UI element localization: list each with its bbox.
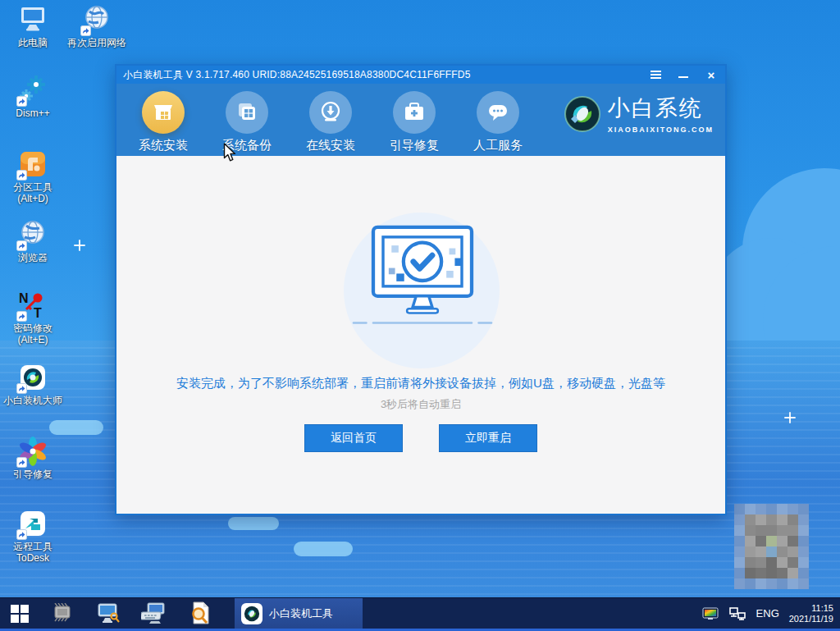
language-indicator[interactable]: ENG [756, 607, 779, 620]
shortcut-arrow-icon [16, 240, 27, 251]
brand-site: XIAOBAIXITONG.COM [608, 126, 714, 134]
shortcut-arrow-icon [16, 529, 27, 540]
xiaobai-app-icon [18, 363, 48, 392]
chat-bubble-icon [477, 91, 519, 134]
browser-globe-icon [18, 220, 48, 249]
desktop-icon-label: Dism++ [2, 107, 64, 119]
windows-logo-icon [11, 605, 29, 623]
tray-clock[interactable]: 11:15 2021/11/19 [789, 603, 833, 624]
desktop-icon-sublabel: (Alt+E) [2, 334, 64, 345]
nav-system-backup[interactable]: 系统备份 [205, 84, 289, 153]
desktop-icon-label: 引导修复 [2, 469, 64, 480]
nav-online-install[interactable]: 在线安装 [289, 84, 372, 153]
shortcut-arrow-icon [16, 96, 27, 107]
nav-system-install[interactable]: 系统安装 [121, 84, 205, 153]
xiaobai-task-icon [241, 603, 262, 624]
brand-name: 小白系统 [608, 94, 714, 123]
mouse-cursor [223, 143, 237, 162]
desktop-icon-sublabel: ToDesk [2, 552, 64, 564]
desktop-icon-sublabel: (Alt+D) [2, 193, 64, 204]
desktop-icon-dism[interactable]: Dism++ [2, 75, 64, 119]
toolbox-icon [393, 91, 436, 134]
taskbar-display-tool[interactable] [85, 598, 131, 629]
desktop-icon-browser[interactable]: 浏览器 [2, 220, 64, 263]
reboot-countdown: 3秒后将自动重启 [116, 397, 725, 412]
install-complete-message: 安装完成，为了不影响系统部署，重启前请将外接设备拔掉，例如U盘，移动硬盘，光盘等 [116, 376, 725, 391]
svg-text:N: N [19, 291, 29, 305]
taskbar-keyboard-tool[interactable] [131, 598, 177, 629]
desktop-icon-partition-tool[interactable]: 分区工具 (Alt+D) [2, 149, 64, 204]
close-icon[interactable]: × [704, 68, 719, 81]
network-tray-icon[interactable] [728, 606, 746, 621]
taskbar-active-task[interactable]: 小白装机工具 [235, 598, 363, 629]
title-bar[interactable]: 小白装机工具 V 3.1.717.460 URID:88A24525169518… [116, 66, 725, 84]
nav-label: 在线安装 [289, 138, 372, 153]
minimize-icon[interactable] [676, 68, 691, 81]
nav-human-service[interactable]: 人工服务 [456, 84, 540, 153]
start-button[interactable] [0, 598, 39, 629]
network-globe-icon [82, 5, 112, 34]
partition-tool-icon [18, 149, 48, 179]
window-content: 安装完成，为了不影响系统部署，重启前请将外接设备拔掉，例如U盘，移动硬盘，光盘等… [116, 156, 725, 514]
desktop-icon-label: 分区工具 [2, 181, 64, 193]
download-icon [309, 91, 352, 134]
desktop-icon-enable-network[interactable]: 再次启用网络 [62, 5, 131, 48]
desktop-icon-label: 远程工具 [2, 541, 64, 552]
toolbar: 系统安装 系统备份 在线安装 [116, 84, 725, 156]
chip-icon [50, 603, 75, 624]
nav-label: 人工服务 [456, 138, 540, 153]
back-home-button[interactable]: 返回首页 [304, 424, 403, 452]
sparkle [784, 412, 796, 423]
brand-logo: 小白系统 XIAOBAIXITONG.COM [564, 94, 714, 134]
desktop-icon-label: 小白装机大师 [0, 395, 66, 406]
nav-label: 系统安装 [121, 138, 205, 153]
cloud-shape [294, 542, 353, 556]
cloud-shape [228, 517, 279, 530]
taskbar-viewer-tool[interactable] [177, 598, 223, 629]
display-color-tray-icon[interactable] [702, 607, 719, 620]
sparkle [74, 240, 85, 251]
monitor-key-icon [96, 602, 121, 625]
desktop-icon-label: 浏览器 [2, 252, 64, 263]
svg-text:T: T [34, 306, 42, 320]
desktop-icon-this-pc[interactable]: 此电脑 [2, 5, 64, 48]
restart-now-button[interactable]: 立即重启 [439, 424, 537, 452]
gears-icon [18, 75, 48, 105]
mosaic-blur [734, 504, 809, 589]
monitor-check-illustration [352, 222, 493, 330]
taskbar-chip-tool[interactable] [39, 598, 85, 629]
nav-label: 系统备份 [205, 138, 289, 153]
nav-boot-repair[interactable]: 引导修复 [372, 84, 456, 153]
tray-time: 11:15 [789, 603, 833, 614]
this-pc-icon [18, 5, 48, 34]
desktop-icon-password-reset[interactable]: NT 密码修改 (Alt+E) [2, 290, 64, 345]
shortcut-arrow-icon [16, 170, 27, 181]
app-window: 小白装机工具 V 3.1.717.460 URID:88A24525169518… [115, 64, 727, 515]
desktop-icon-label: 此电脑 [2, 37, 64, 48]
keyboard-icon [141, 602, 167, 625]
desktop-icon-boot-repair[interactable]: 引导修复 [2, 437, 64, 480]
tray-date: 2021/11/19 [789, 614, 833, 624]
desktop-icon-xiaobai-master[interactable]: 小白装机大师 [0, 363, 66, 406]
todesk-icon [18, 509, 48, 538]
pinwheel-icon [18, 437, 48, 466]
document-magnifier-icon [189, 601, 212, 626]
shortcut-arrow-icon [16, 311, 27, 322]
window-title: 小白装机工具 V 3.1.717.460 URID:88A24525169518… [123, 68, 471, 82]
nav-label: 引导修复 [372, 138, 456, 153]
menu-icon[interactable] [648, 68, 663, 81]
desktop-icon-label: 密码修改 [2, 322, 64, 334]
cloud-shape [49, 420, 103, 435]
desktop-icon-label: 再次启用网络 [62, 37, 131, 48]
backup-icon [226, 91, 268, 134]
shortcut-arrow-icon [80, 25, 91, 36]
desktop-icon-todesk[interactable]: 远程工具 ToDesk [2, 509, 64, 564]
taskbar: 小白装机工具 ENG 11:15 2021/11/19 [0, 597, 840, 629]
brand-logo-icon [564, 95, 601, 133]
shortcut-arrow-icon [16, 457, 27, 468]
desktop: 此电脑 再次启用网络 Dism++ 分区工具 (Alt+D) 浏览器 NT [0, 0, 840, 631]
nt-password-key-icon: NT [18, 290, 48, 320]
active-task-label: 小白装机工具 [269, 606, 333, 621]
system-tray: ENG 11:15 2021/11/19 [702, 603, 840, 624]
shortcut-arrow-icon [16, 383, 27, 394]
